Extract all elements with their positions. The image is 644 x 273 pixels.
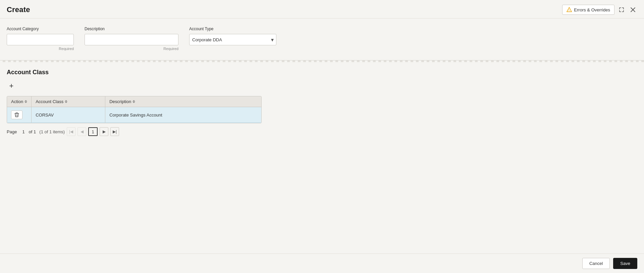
modal-title: Create: [7, 5, 30, 14]
save-label: Save: [620, 261, 630, 266]
account-type-select[interactable]: Corporate DDA Corporate Savings Corporat…: [189, 34, 276, 45]
modal-header: Create ! Errors & Overrides: [0, 0, 644, 18]
save-button[interactable]: Save: [613, 258, 637, 269]
pagination: Page 1 of 1 (1 of 1 items) |◀ ◀ 1 ▶ ▶|: [7, 127, 637, 136]
section-divider: [0, 60, 644, 62]
trash-icon: [14, 112, 19, 118]
account-category-required: Required: [7, 47, 74, 51]
account-type-select-wrapper: Corporate DDA Corporate Savings Corporat…: [189, 34, 276, 45]
account-category-input[interactable]: [7, 34, 74, 45]
errors-btn-label: Errors & Overrides: [574, 7, 610, 12]
description-required: Required: [85, 47, 178, 51]
row-description-value: Corporate Savings Account: [109, 112, 162, 118]
row-account-class-value: CORSAV: [36, 112, 54, 118]
prev-page-button[interactable]: ◀: [77, 127, 86, 136]
table-header: Action Account Class: [7, 96, 261, 107]
warning-icon: !: [567, 7, 572, 12]
cancel-button[interactable]: Cancel: [582, 258, 610, 269]
svg-text:!: !: [569, 9, 570, 12]
sort-action-icon: [24, 100, 27, 103]
table-row: CORSAV Corporate Savings Account: [7, 107, 261, 123]
description-label: Description: [85, 27, 178, 31]
current-page: 1: [22, 129, 24, 134]
page-label: Page: [7, 129, 17, 134]
column-action[interactable]: Action: [7, 96, 32, 107]
add-account-class-button[interactable]: +: [7, 81, 16, 91]
errors-overrides-button[interactable]: ! Errors & Overrides: [562, 5, 614, 15]
next-page-button[interactable]: ▶: [100, 127, 108, 136]
delete-row-button[interactable]: [11, 110, 22, 119]
last-page-icon: ▶|: [113, 129, 117, 134]
row-description-cell: Corporate Savings Account: [105, 107, 261, 123]
form-row: Account Category Required Description Re…: [7, 27, 637, 51]
column-description-label: Description: [109, 99, 131, 104]
table-body: CORSAV Corporate Savings Account: [7, 107, 261, 123]
create-modal: Create ! Errors & Overrides: [0, 0, 644, 273]
current-page-box: 1: [88, 127, 98, 136]
table-header-row: Action Account Class: [7, 96, 261, 107]
close-icon: [630, 7, 636, 13]
last-page-button[interactable]: ▶|: [110, 127, 119, 136]
account-category-group: Account Category Required: [7, 27, 74, 51]
sort-description-icon: [132, 100, 135, 103]
modal-footer: Cancel Save: [0, 254, 644, 273]
description-input[interactable]: [85, 34, 178, 45]
row-account-class-cell: CORSAV: [32, 107, 105, 123]
row-action-cell: [7, 107, 32, 123]
column-account-class[interactable]: Account Class: [32, 96, 105, 107]
expand-icon: [619, 7, 625, 13]
first-page-icon: |◀: [69, 129, 73, 134]
items-info: (1 of 1 items): [39, 129, 65, 134]
account-class-table: Action Account Class: [7, 96, 261, 123]
column-action-label: Action: [11, 99, 23, 104]
column-description[interactable]: Description: [105, 96, 261, 107]
header-actions: ! Errors & Overrides: [562, 5, 637, 15]
sort-account-class-icon: [65, 100, 67, 103]
next-page-icon: ▶: [103, 129, 106, 134]
add-icon: +: [9, 82, 14, 90]
close-button[interactable]: [629, 5, 637, 14]
cancel-label: Cancel: [589, 261, 603, 266]
modal-content: Account Category Required Description Re…: [0, 18, 644, 144]
page-number: 1: [92, 129, 94, 134]
account-category-label: Account Category: [7, 27, 74, 31]
account-class-table-container: Action Account Class: [7, 96, 262, 123]
account-class-title: Account Class: [7, 69, 637, 76]
description-group: Description Required: [85, 27, 178, 51]
prev-page-icon: ◀: [80, 129, 84, 134]
account-type-label: Account Type: [189, 27, 276, 31]
of-label: of 1: [29, 129, 36, 134]
account-class-section: Account Class + Action: [7, 69, 637, 136]
account-type-group: Account Type Corporate DDA Corporate Sav…: [189, 27, 276, 51]
expand-button[interactable]: [617, 5, 626, 14]
first-page-button[interactable]: |◀: [67, 127, 75, 136]
column-account-class-label: Account Class: [36, 99, 63, 104]
